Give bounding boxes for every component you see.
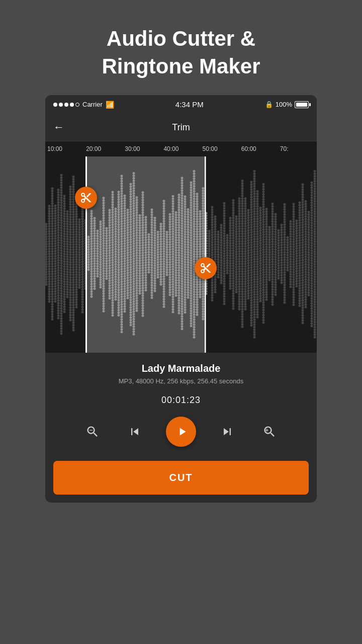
signal-dots — [53, 103, 79, 107]
signal-dot-4 — [70, 103, 74, 107]
skip-forward-button[interactable] — [216, 421, 238, 443]
play-icon — [175, 425, 189, 438]
nav-bar: ← Trim — [45, 114, 317, 141]
carrier-label: Carrier — [82, 101, 103, 108]
time-marker-3: 40:00 — [161, 145, 200, 152]
signal-dot-2 — [59, 103, 63, 107]
zoom-out-icon — [85, 425, 100, 439]
status-right: 🔒 100% — [265, 101, 309, 108]
cut-button[interactable]: CUT — [53, 461, 309, 495]
back-button[interactable]: ← — [53, 119, 68, 136]
time-marker-6: 70: — [278, 145, 317, 152]
battery-bar — [295, 101, 309, 108]
waveform-container[interactable]: 10:00 20:00 30:00 40:00 50:00 60:00 70: — [45, 141, 317, 353]
skip-back-button[interactable] — [124, 421, 146, 443]
scissors-right-icon — [200, 262, 212, 274]
time-marker-1: 20:00 — [84, 145, 123, 152]
zoom-in-button[interactable] — [258, 421, 281, 443]
zoom-in-icon — [262, 425, 277, 439]
status-left: Carrier 📶 — [53, 101, 114, 109]
selection-region[interactable] — [86, 156, 206, 353]
scissors-left-icon — [80, 192, 92, 204]
status-time: 4:34 PM — [175, 100, 204, 109]
time-marker-4: 50:00 — [201, 145, 239, 152]
lock-icon: 🔒 — [265, 101, 273, 108]
track-info: Lady Marmalade MP3, 48000 Hz, 256 kbps, … — [45, 353, 317, 390]
playback-timer: 00:01:23 — [45, 390, 317, 411]
track-name: Lady Marmalade — [53, 363, 309, 374]
wifi-icon: 📶 — [106, 101, 114, 109]
battery-fill — [296, 103, 307, 107]
phone-frame: Carrier 📶 4:34 PM 🔒 100% ← Trim 10:00 20… — [45, 95, 317, 503]
player-controls — [45, 411, 317, 456]
time-marker-0: 10:00 — [45, 145, 84, 152]
skip-forward-icon — [220, 425, 234, 439]
play-button[interactable] — [166, 417, 196, 447]
battery-percent: 100% — [276, 101, 292, 108]
signal-dot-3 — [64, 103, 68, 107]
left-trim-handle[interactable] — [75, 187, 97, 209]
zoom-out-button[interactable] — [81, 421, 104, 443]
track-meta: MP3, 48000 Hz, 256 kbps, 256.45 seconds — [53, 377, 309, 385]
time-marker-5: 60:00 — [239, 145, 278, 152]
signal-dot-5 — [75, 103, 79, 107]
time-markers: 10:00 20:00 30:00 40:00 50:00 60:00 70: — [45, 141, 317, 156]
time-marker-2: 30:00 — [123, 145, 161, 152]
signal-dot-1 — [53, 103, 57, 107]
app-title: Audio Cutter & Ringtone Maker — [71, 0, 290, 95]
nav-title: Trim — [68, 122, 294, 133]
right-trim-handle[interactable] — [195, 257, 217, 279]
skip-back-icon — [128, 425, 142, 439]
status-bar: Carrier 📶 4:34 PM 🔒 100% — [45, 95, 317, 114]
battery-indicator — [295, 101, 309, 108]
